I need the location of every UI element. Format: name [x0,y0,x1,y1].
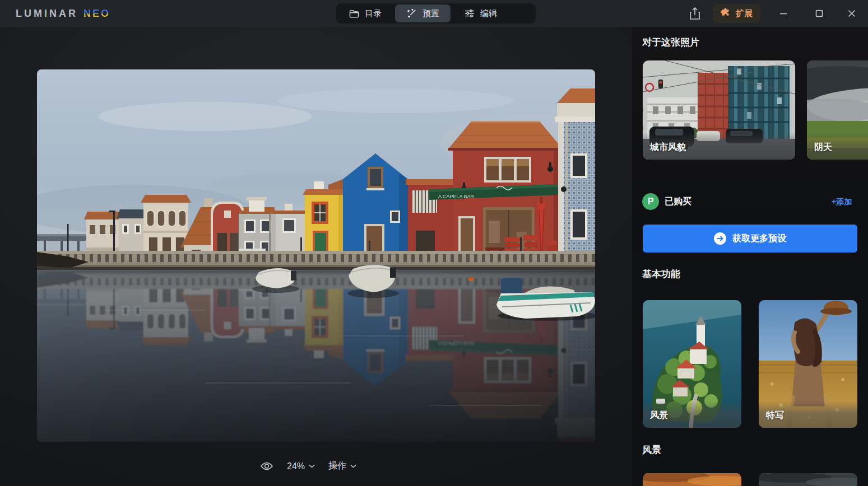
zoom-level-dropdown[interactable]: 24% [287,461,315,471]
tab-presets-label: 预置 [423,8,439,19]
actions-dropdown[interactable]: 操作 [328,460,356,472]
preset-card-partial-storm[interactable] [759,473,857,486]
compare-eye-button[interactable] [260,461,273,471]
purchased-label: 已购买 [665,196,691,208]
logo-neo: NEO [83,8,110,20]
mode-tab-group: 目录 预置 编辑 [336,3,536,24]
puzzle-icon [721,7,731,20]
tab-presets[interactable]: 预置 [395,4,451,22]
tab-edit-label: 编辑 [480,8,497,19]
extensions-button[interactable]: 扩展 [713,4,760,23]
preset-card-closeup[interactable]: 特写 [759,300,857,428]
get-more-presets-label: 获取更多预设 [732,233,786,245]
photo-canvas-area: A CAPELA BAR [0,27,632,486]
share-button[interactable] [688,6,703,21]
magic-wand-icon [406,8,417,19]
landscape-heading: 风景 [642,443,661,456]
tab-catalog[interactable]: 目录 [337,4,393,22]
preset-card-city[interactable]: 城市风貌 [643,60,795,160]
maximize-button[interactable] [813,7,826,20]
preset-card-partial-sunset[interactable] [643,473,741,486]
preset-card-label: 特写 [766,410,784,422]
basic-heading: 基本功能 [642,268,680,281]
chevron-down-icon [350,464,356,468]
add-presets-link[interactable]: +添加 [832,197,852,207]
arrow-right-icon [714,232,726,245]
tab-edit[interactable]: 编辑 [453,4,508,22]
get-more-presets-button[interactable]: 获取更多预设 [643,225,857,253]
minimize-button[interactable] [777,7,790,20]
actions-label: 操作 [328,460,346,472]
preset-card-landscape[interactable]: 风景 [643,300,741,428]
top-bar: LUMINAR NEO 目录 预置 [0,0,868,27]
preset-card-label: 城市风貌 [650,142,686,153]
chevron-down-icon [309,464,315,468]
viewer-controls: 24% 操作 [260,460,356,472]
extensions-label: 扩展 [736,8,753,19]
for-photo-heading: 对于这张照片 [642,36,699,49]
canal-houses-photo: A CAPELA BAR [37,69,595,442]
preset-card-label: 风景 [650,410,668,422]
zoom-level-value: 24% [287,461,305,471]
close-button[interactable] [845,7,858,20]
sliders-icon [464,8,475,19]
tab-catalog-label: 目录 [365,8,382,19]
preset-card-label: 阴天 [814,142,832,153]
main-photo: A CAPELA BAR [37,69,595,442]
preset-card-overcast[interactable]: 阴天 [807,60,868,160]
app-logo: LUMINAR NEO [16,8,110,20]
marketplace-icon: P [642,193,659,210]
folder-icon [349,8,360,19]
logo-luminar: LUMINAR [16,8,78,20]
